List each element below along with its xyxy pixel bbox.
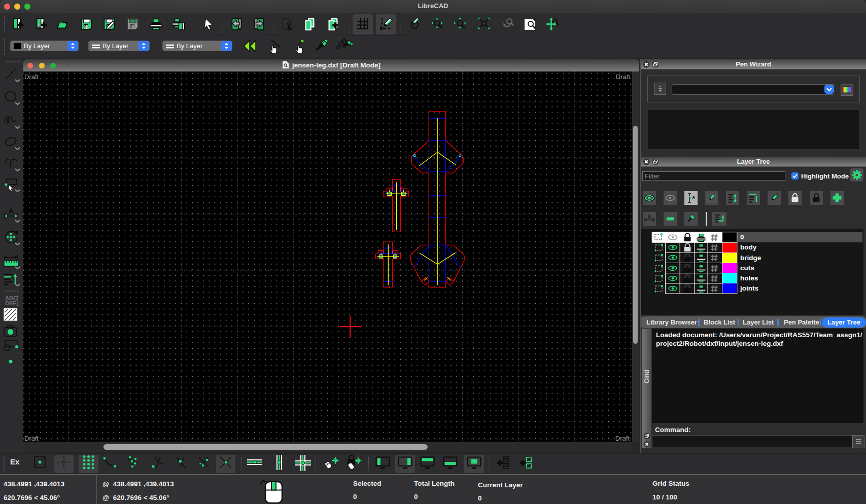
svg-text:A: A — [647, 214, 651, 220]
svg-text:A: A — [692, 195, 696, 200]
svg-text:A: A — [9, 207, 14, 215]
svg-text:A: A — [776, 192, 779, 197]
svg-text:DEF: DEF — [5, 300, 16, 306]
